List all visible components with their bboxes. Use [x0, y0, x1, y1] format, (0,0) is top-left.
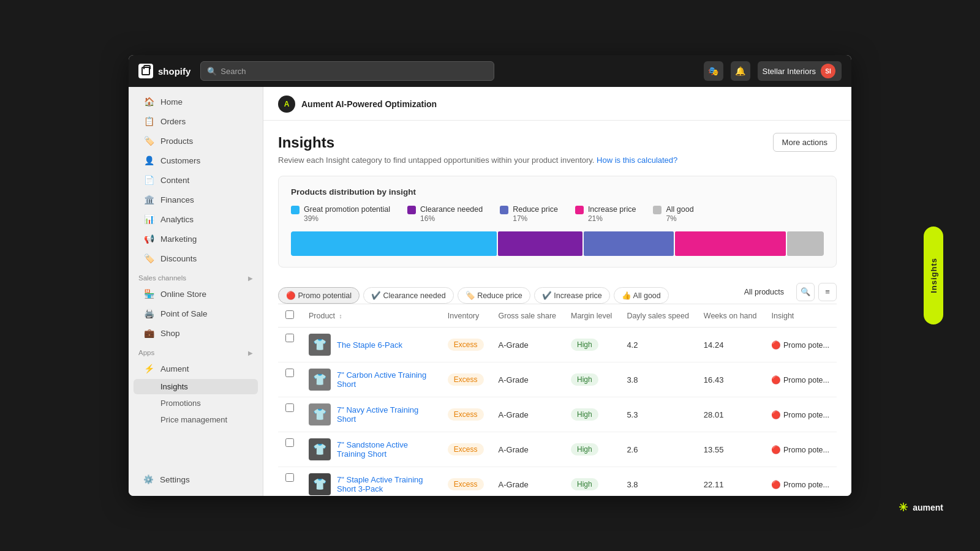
store-name: Stellar Interiors	[763, 67, 816, 76]
filter-tab-promo[interactable]: 🔴 Promo potential	[278, 287, 360, 304]
store-badge[interactable]: Stellar Interiors SI	[758, 61, 842, 81]
sales-channels-section: Sales channels ▶	[129, 268, 263, 284]
sidebar-item-finances[interactable]: 🏛️ Finances	[134, 190, 258, 209]
row-checkbox[interactable]	[285, 369, 294, 377]
filter-tabs: 🔴 Promo potential✔️ Clearance needed🏷️ R…	[278, 280, 669, 304]
pos-icon: 🖨️	[143, 309, 154, 318]
app-title: Aument AI-Powered Optimization	[301, 99, 437, 109]
content-body: Insights More actions Review each Insigh…	[263, 121, 851, 496]
insight-cell: 🔴 Promo pote...	[764, 432, 837, 467]
sidebar-item-analytics[interactable]: 📊 Analytics	[134, 210, 258, 228]
sidebar-item-price-management[interactable]: Price management	[134, 412, 258, 427]
sidebar-item-shop[interactable]: 💼 Shop	[134, 324, 258, 342]
legend-text: All good 7%	[666, 205, 693, 223]
margin-cell: High	[564, 328, 619, 362]
col-inventory: Inventory	[440, 304, 491, 328]
filter-tab-good[interactable]: 👍 All good	[614, 287, 669, 304]
filter-tab-increase[interactable]: ✔️ Increase price	[534, 287, 610, 304]
table-row: 👕 7" Navy Active Training Short Excess A…	[278, 397, 837, 432]
search-filter-button[interactable]: 🔍	[796, 283, 815, 301]
topbar: shopify 🔍 Search 🎭 🔔 Stellar Interiors S…	[129, 55, 851, 87]
product-thumbnail: 👕	[309, 334, 331, 356]
row-checkbox[interactable]	[285, 334, 294, 342]
product-name[interactable]: 7" Sandstone Active Training Short	[337, 440, 433, 459]
sidebar-item-insights[interactable]: Insights	[134, 379, 258, 394]
outer-wrapper: shopify 🔍 Search 🎭 🔔 Stellar Interiors S…	[0, 0, 980, 551]
daily-speed-cell: 5.3	[619, 397, 696, 432]
distribution-card: Products distribution by insight Great p…	[278, 176, 837, 268]
how-calculated-link[interactable]: How is this calculated?	[597, 156, 677, 165]
sidebar-item-settings[interactable]: ⚙️ Settings	[134, 470, 258, 489]
margin-badge: High	[571, 339, 598, 351]
sidebar-item-content[interactable]: 📄 Content	[134, 171, 258, 189]
product-cell: 👕 7" Carbon Active Training Short	[301, 362, 440, 397]
aument-brand-name: aument	[913, 503, 943, 512]
all-products-tab[interactable]: All products	[737, 285, 791, 299]
sidebar-item-orders[interactable]: 📋 Orders	[134, 112, 258, 130]
page-subtitle: Review each Insight category to find unt…	[278, 156, 837, 165]
product-name[interactable]: 7" Navy Active Training Short	[337, 405, 433, 424]
margin-cell: High	[564, 397, 619, 432]
row-checkbox-cell	[278, 432, 301, 453]
sidebar-label-settings: Settings	[160, 475, 190, 484]
insight-value: 🔴 Promo pote...	[771, 410, 829, 419]
legend-label: All good	[666, 205, 693, 214]
weeks-on-hand-cell: 22.11	[696, 467, 764, 497]
sidebar-item-home[interactable]: 🏠 Home	[134, 92, 258, 111]
filter-tab-clearance[interactable]: ✔️ Clearance needed	[363, 287, 454, 304]
row-checkbox[interactable]	[285, 438, 294, 447]
grade-cell: A-Grade	[491, 397, 564, 432]
product-name[interactable]: 7" Carbon Active Training Short	[337, 370, 433, 389]
sidebar-item-customers[interactable]: 👤 Customers	[134, 151, 258, 170]
page-title-row: Insights More actions	[278, 133, 837, 152]
product-cell-inner: 👕 7" Sandstone Active Training Short	[309, 438, 433, 460]
product-cell-inner: 👕 The Staple 6-Pack	[309, 334, 433, 356]
sidebar-item-discounts[interactable]: 🏷️ Discounts	[134, 249, 258, 268]
sidebar-item-pos[interactable]: 🖨️ Point of Sale	[134, 304, 258, 323]
aument-branding: ✳ aument	[899, 501, 943, 514]
sales-channels-label: Sales channels	[138, 274, 186, 282]
legend-color-dot	[653, 206, 662, 214]
legend-pct: 7%	[666, 214, 693, 223]
product-cell: 👕 7" Navy Active Training Short	[301, 397, 440, 432]
bar-segment	[675, 231, 786, 256]
legend-text: Reduce price 17%	[513, 205, 558, 223]
legend-pct: 21%	[588, 214, 636, 223]
legend-color-dot	[407, 206, 416, 214]
legend-pct: 39%	[304, 214, 390, 223]
legend-text: Increase price 21%	[588, 205, 636, 223]
product-thumbnail: 👕	[309, 438, 331, 460]
bar-segment	[787, 231, 824, 256]
legend-label: Clearance needed	[420, 205, 483, 214]
sidebar-item-aument[interactable]: ⚡ Aument	[134, 359, 258, 378]
table-row: 👕 The Staple 6-Pack Excess A-Grade High …	[278, 328, 837, 362]
sidebar-item-online-store[interactable]: 🏪 Online Store	[134, 285, 258, 303]
sidebar-label-online-store: Online Store	[160, 290, 206, 299]
insight-cell: 🔴 Promo pote...	[764, 467, 837, 497]
side-tab[interactable]: Insights	[924, 227, 943, 324]
sidebar-item-products[interactable]: 🏷️ Products	[134, 132, 258, 150]
filter-tab-reduce[interactable]: 🏷️ Reduce price	[458, 287, 530, 304]
more-actions-button[interactable]: More actions	[773, 133, 837, 152]
help-icon[interactable]: 🎭	[704, 61, 723, 81]
row-checkbox[interactable]	[285, 473, 294, 482]
select-all-checkbox[interactable]	[285, 310, 294, 319]
sidebar-label-products: Products	[160, 137, 193, 146]
row-checkbox[interactable]	[285, 403, 294, 412]
row-checkbox-cell	[278, 467, 301, 488]
col-product: Product ↕	[301, 304, 440, 328]
subtitle-text: Review each Insight category to find unt…	[278, 156, 594, 165]
sidebar-label-finances: Finances	[160, 195, 194, 204]
main-window: shopify 🔍 Search 🎭 🔔 Stellar Interiors S…	[129, 55, 851, 496]
content-header: A Aument AI-Powered Optimization	[263, 87, 851, 121]
sidebar-item-marketing[interactable]: 📢 Marketing	[134, 230, 258, 248]
product-name[interactable]: The Staple 6-Pack	[337, 340, 402, 350]
filter-button[interactable]: ≡	[818, 283, 837, 301]
search-box[interactable]: 🔍 Search	[200, 61, 494, 81]
product-name[interactable]: 7" Staple Active Training Short 3-Pack	[337, 475, 433, 493]
bag-shape	[141, 67, 150, 75]
sidebar-label-promotions: Promotions	[160, 399, 201, 408]
sidebar-item-promotions[interactable]: Promotions	[134, 395, 258, 411]
bell-icon[interactable]: 🔔	[731, 61, 750, 81]
col-margin: Margin level	[564, 304, 619, 328]
